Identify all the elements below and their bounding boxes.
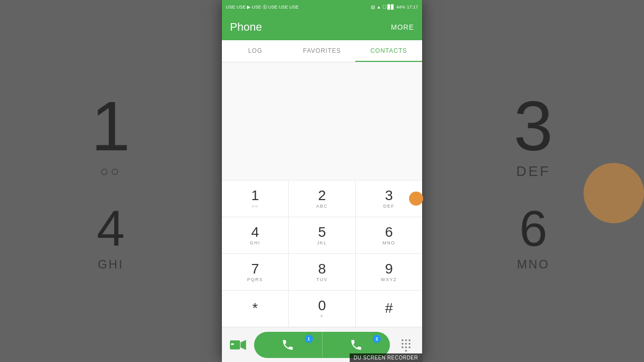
- key-3-dot: [409, 192, 423, 206]
- status-left-icons: USE USE ▶ USE ⓑ USE USE USE: [226, 4, 299, 11]
- keypad: 1 ○○ 2 ABC 3 DEF 4 GHI: [222, 180, 422, 327]
- svg-point-10: [405, 346, 407, 348]
- status-right: ▤ ▲ ☐ ▊▊ 44% 17:17: [371, 5, 418, 10]
- svg-point-11: [409, 346, 411, 348]
- svg-point-5: [409, 339, 411, 341]
- call-icon-2: [350, 338, 363, 351]
- video-icon: [230, 339, 246, 350]
- svg-rect-2: [231, 343, 234, 345]
- key-6[interactable]: 6 MNO: [356, 217, 422, 253]
- video-button[interactable]: [227, 334, 249, 356]
- recorder-badge: DU SCREEN RECORDER: [350, 353, 422, 362]
- dialpad-icon: [399, 338, 413, 352]
- key-hash[interactable]: #: [356, 291, 422, 327]
- key-7[interactable]: 7 PQRS: [222, 254, 289, 290]
- key-8[interactable]: 8 TUV: [289, 254, 356, 290]
- svg-point-4: [405, 339, 407, 341]
- bg-sub-4: GHI: [98, 257, 124, 272]
- call-badge-2: 2: [373, 335, 381, 343]
- bg-digit-4: 4: [97, 200, 125, 257]
- tab-favorites[interactable]: FAVORITES: [289, 40, 356, 62]
- call-button-1[interactable]: 1: [254, 332, 323, 358]
- call-icon-1: [281, 338, 294, 351]
- status-battery: 44%: [396, 5, 405, 10]
- key-3[interactable]: 3 DEF: [356, 180, 422, 217]
- bg-digit-3: 3: [514, 91, 553, 161]
- status-time: 17:17: [407, 5, 418, 10]
- key-4[interactable]: 4 GHI: [222, 217, 289, 253]
- key-star[interactable]: *: [222, 291, 289, 327]
- status-signal-icons: ▤ ▲ ☐ ▊▊: [371, 5, 394, 10]
- phone-app: USE USE ▶ USE ⓑ USE USE USE ▤ ▲ ☐ ▊▊ 44%…: [222, 0, 422, 362]
- bg-sub-3: DEF: [516, 163, 550, 179]
- keypad-row-1: 1 ○○ 2 ABC 3 DEF: [222, 180, 422, 217]
- status-bar: USE USE ▶ USE ⓑ USE USE USE ▤ ▲ ☐ ▊▊ 44%…: [222, 0, 422, 14]
- tab-contacts[interactable]: CONTACTS: [355, 40, 422, 62]
- bg-digit-6: 6: [519, 200, 547, 257]
- tab-bar: LOG FAVORITES CONTACTS: [222, 40, 422, 62]
- key-2[interactable]: 2 ABC: [289, 180, 356, 217]
- dial-display: [222, 62, 422, 180]
- bg-left-panel: 1 ○○ 4 GHI: [0, 0, 221, 362]
- svg-point-3: [401, 339, 404, 341]
- dialpad-button[interactable]: [395, 334, 417, 356]
- svg-point-7: [405, 342, 407, 344]
- svg-point-12: [405, 349, 407, 351]
- key-5[interactable]: 5 JKL: [289, 217, 356, 253]
- app-header: Phone MORE: [222, 14, 422, 40]
- screen-background: 1 ○○ 4 GHI 3 DEF 6 MNO USE USE ▶ USE ⓑ U…: [0, 0, 644, 362]
- key-9[interactable]: 9 WXYZ: [356, 254, 422, 290]
- tab-log[interactable]: LOG: [222, 40, 289, 62]
- app-title: Phone: [230, 21, 262, 34]
- keypad-row-2: 4 GHI 5 JKL 6 MNO: [222, 217, 422, 253]
- keypad-row-3: 7 PQRS 8 TUV 9 WXYZ: [222, 253, 422, 290]
- call-badge-1: 1: [305, 335, 313, 343]
- bg-orange-circle: [584, 163, 644, 223]
- bg-sub-6: MNO: [517, 257, 550, 272]
- svg-point-8: [409, 342, 411, 344]
- more-button[interactable]: MORE: [391, 23, 414, 31]
- svg-point-6: [401, 342, 404, 344]
- bg-right-panel: 3 DEF 6 MNO: [423, 0, 644, 362]
- bg-digit-1: 1: [91, 91, 130, 161]
- svg-marker-1: [240, 340, 246, 350]
- svg-point-9: [401, 346, 404, 348]
- key-0[interactable]: 0 +: [289, 291, 356, 327]
- bg-sub-1: ○○: [100, 163, 121, 179]
- key-1[interactable]: 1 ○○: [222, 180, 289, 217]
- keypad-row-4: * 0 + #: [222, 290, 422, 327]
- status-left: USE USE ▶ USE ⓑ USE USE USE: [226, 4, 299, 11]
